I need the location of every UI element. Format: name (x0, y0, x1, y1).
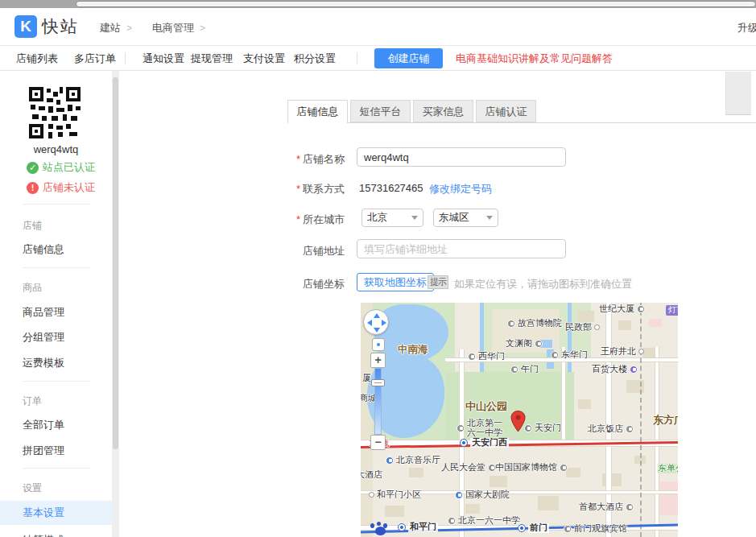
music-icon (455, 491, 463, 499)
baidu-logo (370, 522, 390, 536)
nav-divider (125, 52, 126, 64)
pan-control[interactable] (363, 309, 389, 335)
moat-water (480, 303, 484, 377)
tab-shop-auth[interactable]: 店铺认证 (476, 100, 536, 122)
vertical-scrollbar-thumb[interactable] (725, 72, 751, 115)
logo-text: 快站 (42, 15, 79, 38)
pan-right-icon[interactable] (382, 320, 386, 326)
required-asterisk: * (296, 153, 300, 165)
map-label: 北京一六一中学 (448, 516, 520, 526)
tab-buyer-info[interactable]: 买家信息 (413, 100, 473, 122)
required-asterisk: * (296, 213, 300, 225)
nav-item-shop-list[interactable]: 店铺列表 (16, 52, 58, 66)
coords-label: 店铺坐标 (266, 277, 345, 291)
map-label: 王府井北 (601, 347, 644, 357)
building-block (618, 320, 631, 330)
zoom-slider[interactable] (374, 368, 382, 435)
logo-icon: K (14, 15, 37, 38)
map-label: 故宫博物院 (507, 319, 562, 328)
attraction-icon (507, 320, 515, 328)
hint-icon: 提示 (428, 275, 448, 289)
hotel-icon (626, 503, 634, 511)
building-block (566, 468, 580, 477)
tab-shop-info[interactable]: 店铺信息 (287, 100, 348, 123)
dot-icon (594, 324, 600, 330)
shop-unverified-badge: ! 店铺未认证 (27, 180, 95, 195)
hotel-icon (626, 425, 634, 433)
dot-icon (638, 349, 644, 354)
chevron-down-icon (486, 216, 493, 220)
pan-left-icon[interactable] (367, 320, 372, 326)
sidebar-item-all-orders[interactable]: 全部订单 (0, 413, 112, 437)
section-heading-goods: 商品 (23, 281, 42, 295)
map-label: 东单公 (658, 464, 678, 473)
shopping-icon (630, 366, 638, 374)
create-shop-button[interactable]: 创建店铺 (374, 48, 443, 68)
building-block (490, 476, 507, 487)
map-label: 前门 (518, 523, 549, 533)
building-block (465, 504, 480, 514)
nav-item-withdraw[interactable]: 提现管理 (191, 52, 233, 66)
app-logo[interactable]: K 快站 (14, 15, 79, 38)
attraction-icon (551, 351, 559, 359)
sidebar-item-freight-template[interactable]: 运费模板 (0, 351, 112, 375)
zoom-in-button[interactable]: + (370, 353, 386, 368)
pan-up-icon[interactable] (374, 313, 380, 318)
address-input[interactable] (357, 239, 566, 258)
sidebar-item-basic-settings[interactable]: 基本设置 (0, 501, 112, 525)
building-icon (637, 305, 645, 313)
change-phone-link[interactable]: 修改绑定号码 (429, 182, 492, 196)
divider (23, 204, 90, 204)
sidebar-item-goods-manage[interactable]: 商品管理 (0, 300, 112, 324)
building-block (385, 506, 404, 517)
scrollbar-thumb[interactable] (113, 77, 118, 449)
sidebar-scrollbar[interactable] (112, 71, 119, 537)
breadcrumb-item-ecommerce[interactable]: 电商管理 (152, 21, 194, 35)
chevron-right-icon: > (200, 23, 205, 34)
shop-name-input[interactable] (357, 147, 566, 167)
nav-item-notify[interactable]: 通知设置 (143, 52, 184, 66)
zoom-out-button[interactable]: − (370, 435, 386, 450)
tab-sms-platform[interactable]: 短信平台 (350, 100, 411, 122)
attraction-icon (560, 464, 568, 472)
map-canvas[interactable]: + − 厦商城中南海故宫博物院文渊阁西华门东华门午门世纪大厦民政部灯市王府井北百… (361, 303, 678, 537)
locate-button[interactable] (372, 338, 385, 351)
breadcrumb-item-site[interactable]: 建站 (100, 21, 121, 35)
map-pin[interactable] (510, 411, 526, 432)
metro-icon (460, 439, 468, 447)
district-boundary-dashed-line (640, 303, 642, 537)
get-coords-button[interactable]: 获取地图坐标 (357, 273, 434, 291)
coords-hint: 如果定位有误，请拖动图标到准确位置 (454, 277, 632, 291)
sidebar-item-group-manage[interactable]: 分组管理 (0, 325, 112, 349)
upgrade-link[interactable]: 升级 (737, 21, 756, 35)
map-label: 北京饭店 (588, 424, 634, 434)
zoom-slider-handle[interactable] (371, 379, 385, 386)
sidebar-item-shop-info[interactable]: 店铺信息 (0, 238, 112, 262)
map-label: 人民大会堂 (441, 463, 496, 473)
nav-item-multi-order[interactable]: 多店订单 (74, 52, 116, 66)
map-label: 首都大酒店 (579, 502, 634, 512)
sidebar-item-settlement-mode[interactable]: 结算模式 (0, 528, 112, 537)
nav-item-payment[interactable]: 支付设置 (243, 52, 285, 66)
browser-address-bar[interactable] (76, 1, 756, 7)
qr-code (29, 87, 81, 138)
help-link[interactable]: 电商基础知识讲解及常见问题解答 (456, 52, 613, 66)
nav-item-points[interactable]: 积分设置 (294, 52, 336, 66)
divider (23, 468, 90, 469)
province-select[interactable]: 北京 (361, 209, 423, 227)
section-heading-shop: 店铺 (23, 219, 42, 233)
map-label: 东方广 (653, 415, 678, 426)
chevron-down-icon (411, 216, 418, 220)
map-label: 国家大剧院 (455, 490, 510, 500)
section-heading-orders: 订单 (23, 394, 42, 408)
district-select[interactable]: 东城区 (433, 209, 498, 227)
sidebar-item-group-buy[interactable]: 拼团管理 (0, 439, 112, 463)
map-label: 和平门 (398, 523, 438, 532)
address-label: 店铺地址 (266, 244, 345, 258)
pan-down-icon[interactable] (374, 328, 380, 333)
nav-bar: 店铺列表 多店订单 通知设置 提现管理 支付设置 积分设置 创建店铺 电商基础知… (0, 46, 756, 71)
metro-icon (398, 523, 406, 531)
required-asterisk: * (296, 183, 300, 195)
divider (23, 381, 90, 382)
section-heading-settings: 设置 (23, 481, 42, 495)
